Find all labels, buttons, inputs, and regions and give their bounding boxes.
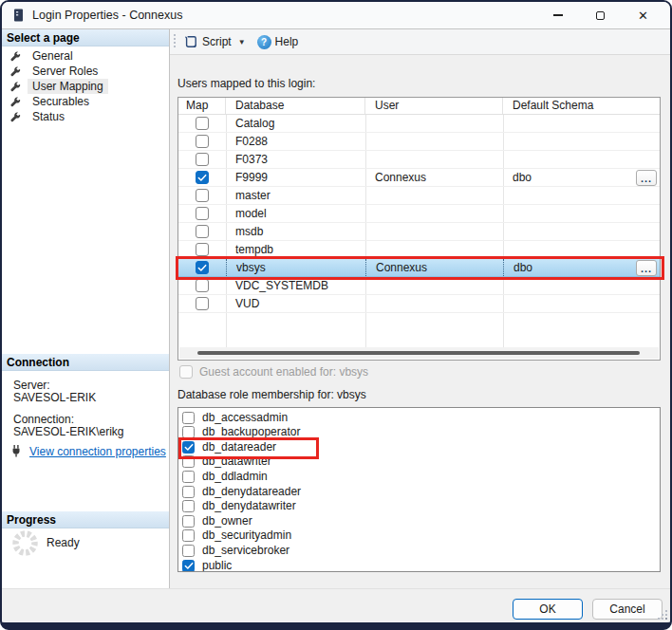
map-cell [178, 115, 226, 132]
help-button[interactable]: ? Help [246, 35, 299, 49]
user-mapping-row-vdc-systemdb[interactable]: VDC_SYSTEMDB [178, 277, 660, 295]
script-dropdown-icon[interactable]: ▼ [238, 38, 246, 46]
script-icon [183, 34, 198, 49]
user-cell: Connexus [365, 259, 503, 276]
footer: OK Cancel [2, 588, 670, 622]
select-page-list: GeneralServer RolesUser MappingSecurable… [2, 48, 169, 124]
user-cell [365, 133, 503, 150]
role-checkbox-db-backupoperator[interactable] [182, 426, 195, 438]
user-mapping-row-msdb[interactable]: msdb [178, 223, 660, 241]
guest-account-checkbox[interactable] [179, 365, 193, 379]
ok-button[interactable]: OK [513, 599, 583, 620]
database-cell: master [226, 187, 365, 204]
role-item-public[interactable]: public [182, 558, 658, 572]
user-cell [365, 151, 503, 168]
minimize-button[interactable] [536, 2, 579, 28]
user-mapping-row-catalog[interactable]: Catalog [178, 115, 660, 133]
map-checkbox-msdb[interactable] [196, 225, 209, 238]
sidebar-item-status[interactable]: Status [2, 109, 169, 124]
role-item-label: db_denydatareader [202, 486, 301, 498]
role-item-db-denydatareader[interactable]: db_denydatareader [182, 484, 658, 499]
user-mapping-row-f0288[interactable]: F0288 [178, 133, 660, 151]
server-value: SAVESOL-ERIK [13, 391, 96, 404]
script-button[interactable]: Script ▼ [176, 34, 246, 49]
map-cell [178, 187, 226, 204]
role-item-label: db_datareader [202, 441, 276, 454]
default-schema-cell [503, 151, 660, 168]
guest-account-checkbox-row: Guest account enabled for: vbsys [179, 365, 368, 379]
role-checkbox-db-denydatawriter[interactable] [182, 500, 195, 512]
wrench-icon [9, 81, 21, 92]
role-item-db-ddladmin[interactable]: db_ddladmin [182, 469, 658, 484]
role-item-db-backupoperator[interactable]: db_backupoperator [182, 425, 658, 440]
user-cell [365, 115, 503, 132]
role-checkbox-db-servicebroker[interactable] [182, 545, 195, 557]
cancel-button[interactable]: Cancel [592, 599, 663, 620]
role-checkbox-db-datareader[interactable] [182, 441, 195, 454]
progress-status: Ready [47, 536, 80, 549]
map-checkbox-f0373[interactable] [196, 153, 209, 166]
user-mapping-row-master[interactable]: master [178, 187, 660, 205]
database-cell: VDC_SYSTEMDB [226, 277, 365, 294]
role-checkbox-db-denydatareader[interactable] [182, 486, 195, 498]
default-schema-cell [503, 187, 660, 204]
browse-default-schema-button[interactable]: ... [636, 170, 657, 186]
view-connection-properties-link[interactable]: View connection properties [29, 445, 166, 458]
help-label: Help [275, 35, 299, 48]
role-item-db-denydatawriter[interactable]: db_denydatawriter [182, 499, 658, 514]
browse-default-schema-button[interactable]: ... [636, 260, 657, 276]
maximize-icon [596, 11, 605, 20]
role-item-label: db_owner [202, 515, 252, 528]
role-item-db-datawriter[interactable]: db_datawriter [182, 454, 658, 470]
window-controls: ✕ [536, 2, 664, 28]
connection-value: SAVESOL-ERIK\erikg [13, 425, 123, 438]
user-mapping-row-model[interactable]: model [178, 205, 660, 223]
wrench-icon [9, 111, 21, 122]
user-mapping-row-f0373[interactable]: F0373 [178, 151, 660, 169]
horizontal-scrollbar-thumb[interactable] [197, 351, 640, 355]
user-mapping-row-vud[interactable]: VUD [178, 295, 660, 313]
sidebar-item-securables[interactable]: Securables [2, 94, 169, 109]
sidebar-item-user-mapping[interactable]: User Mapping [2, 79, 169, 94]
role-item-label: db_denydatawriter [202, 500, 296, 512]
sidebar-item-server-roles[interactable]: Server Roles [2, 64, 169, 79]
user-mapping-row-f9999[interactable]: F9999Connexusdbo... [178, 169, 660, 187]
progress-spinner-icon [11, 529, 39, 557]
map-checkbox-master[interactable] [196, 189, 209, 202]
role-item-label: db_servicebroker [202, 545, 289, 557]
role-checkbox-public[interactable] [182, 560, 195, 572]
role-item-db-datareader[interactable]: db_datareader [182, 439, 658, 454]
role-item-label: db_accessadmin [202, 412, 288, 424]
role-checkbox-db-securityadmin[interactable] [182, 529, 195, 542]
sidebar-item-general[interactable]: General [2, 48, 169, 64]
role-item-db-securityadmin[interactable]: db_securityadmin [182, 528, 658, 544]
close-button[interactable]: ✕ [622, 2, 664, 28]
user-mapping-row-tempdb[interactable]: tempdb [178, 241, 660, 259]
role-item-db-owner[interactable]: db_owner [182, 513, 658, 528]
resize-grip[interactable] [656, 608, 667, 620]
map-checkbox-vud[interactable] [196, 297, 209, 310]
role-item-db-servicebroker[interactable]: db_servicebroker [182, 543, 658, 558]
role-item-db-accessadmin[interactable]: db_accessadmin [182, 410, 658, 425]
map-checkbox-vdc-systemdb[interactable] [196, 279, 209, 292]
progress-header: Progress [2, 511, 169, 528]
user-mapping-row-vbsys[interactable]: vbsysConnexusdbo... [178, 259, 660, 277]
map-cell [178, 277, 226, 294]
maximize-button[interactable] [579, 2, 622, 28]
role-checkbox-db-accessadmin[interactable] [182, 412, 195, 424]
map-checkbox-vbsys[interactable] [196, 261, 209, 274]
map-checkbox-model[interactable] [196, 207, 209, 220]
map-checkbox-catalog[interactable] [196, 117, 209, 130]
map-cell [178, 241, 226, 258]
map-checkbox-f0288[interactable] [196, 135, 209, 148]
role-checkbox-db-datawriter[interactable] [182, 455, 195, 468]
sidebar-item-label: Securables [28, 94, 94, 109]
map-checkbox-tempdb[interactable] [196, 243, 209, 256]
users-mapped-table: MapDatabaseUserDefault Schema CatalogF02… [177, 97, 661, 361]
role-checkbox-db-ddladmin[interactable] [182, 471, 195, 483]
role-checkbox-db-owner[interactable] [182, 515, 195, 528]
map-checkbox-f9999[interactable] [196, 171, 209, 184]
horizontal-scrollbar[interactable] [179, 347, 659, 359]
map-cell [178, 205, 226, 222]
default-schema-cell [503, 115, 660, 132]
